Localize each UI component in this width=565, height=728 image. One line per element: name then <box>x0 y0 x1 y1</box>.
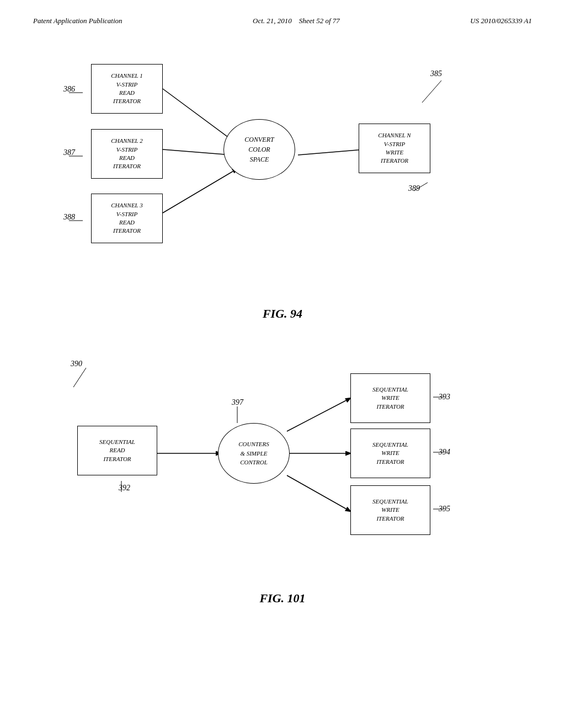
header-sheet: Sheet 52 of 77 <box>299 17 340 25</box>
svg-line-13 <box>73 368 86 387</box>
ref390-arrow <box>71 365 98 393</box>
page: Patent Application Publication Oct. 21, … <box>0 0 565 728</box>
header-center: Oct. 21, 2010 Sheet 52 of 77 <box>253 17 340 25</box>
svg-line-4 <box>422 81 441 103</box>
ref389-arrow <box>408 180 436 196</box>
fig101-label: FIG. 101 <box>33 591 532 606</box>
ref392-arrow <box>113 478 130 495</box>
ref386-arrow <box>66 87 94 98</box>
svg-line-10 <box>287 398 350 431</box>
convert-color-space-oval: CONVERTCOLORSPACE <box>223 119 295 180</box>
svg-line-3 <box>298 149 364 155</box>
svg-line-8 <box>414 183 428 191</box>
ref387-arrow <box>66 151 94 162</box>
counters-oval: COUNTERS& SIMPLECONTROL <box>218 423 290 484</box>
sequential-write1-box: SEQUENTIALWRITEITERATOR <box>350 373 430 423</box>
header-left: Patent Application Publication <box>33 17 122 25</box>
ref395-arrow <box>430 504 447 515</box>
ref393-arrow <box>430 392 447 403</box>
svg-line-2 <box>163 169 237 213</box>
page-header: Patent Application Publication Oct. 21, … <box>33 17 532 25</box>
ref397-arrow <box>232 404 248 426</box>
ref388-arrow <box>66 215 94 226</box>
svg-line-12 <box>287 475 350 511</box>
sequential-read-box: SEQUENTIALREADITERATOR <box>77 426 157 475</box>
header-date: Oct. 21, 2010 <box>253 17 292 25</box>
sequential-write2-box: SEQUENTIALWRITEITERATOR <box>350 429 430 478</box>
fig101-container: SEQUENTIALREADITERATOR COUNTERS& SIMPLEC… <box>33 338 532 586</box>
fig94-section: CHANNEL 1V-STRIPREADITERATOR CHANNEL 2V-… <box>33 47 532 321</box>
ref394-arrow <box>430 447 447 458</box>
svg-line-1 <box>163 149 232 155</box>
sequential-write3-box: SEQUENTIALWRITEITERATOR <box>350 485 430 535</box>
svg-line-0 <box>163 89 237 144</box>
channeln-box: CHANNEL NV-STRIPWRITEITERATOR <box>359 124 430 173</box>
channel2-box: CHANNEL 2V-STRIPREADITERATOR <box>91 129 163 179</box>
header-right: US 2010/0265339 A1 <box>470 17 532 25</box>
channel1-box: CHANNEL 1V-STRIPREADITERATOR <box>91 64 163 114</box>
channel3-box: CHANNEL 3V-STRIPREADITERATOR <box>91 194 163 243</box>
ref385-arrow <box>419 75 452 108</box>
fig101-section: SEQUENTIALREADITERATOR COUNTERS& SIMPLEC… <box>33 338 532 606</box>
fig94-label: FIG. 94 <box>33 307 532 321</box>
fig94-container: CHANNEL 1V-STRIPREADITERATOR CHANNEL 2V-… <box>33 47 532 301</box>
